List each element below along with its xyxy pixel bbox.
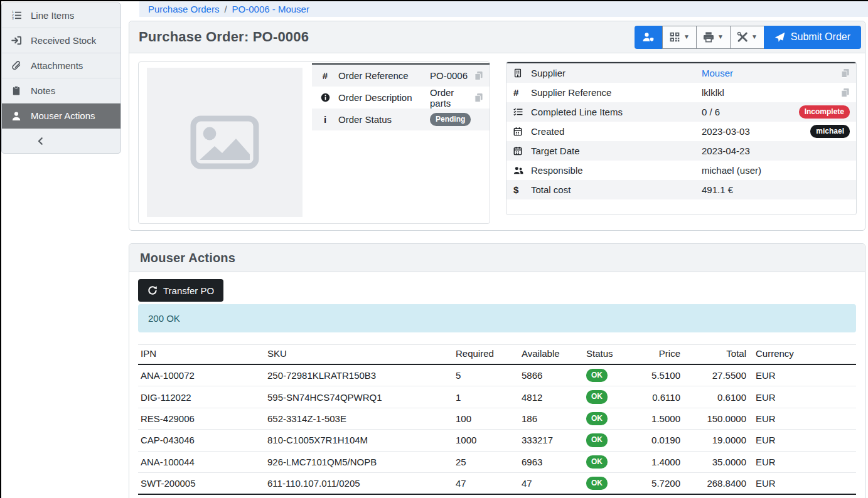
sidebar-item-attachments[interactable]: Attachments [2,53,121,78]
sidebar-item-label: Received Stock [31,35,96,46]
page-title: Purchase Order: PO-0006 [139,29,309,45]
clipboard-icon [2,85,31,96]
user-icon [2,111,31,121]
detail-label: Order Description [338,92,430,103]
cell-required: 100 [453,408,519,429]
ok-badge: OK [586,433,608,447]
refresh-icon [147,285,158,295]
detail-label: Total cost [531,184,702,195]
cell-sku: 595-SN74HCS74QPWRQ1 [265,386,453,408]
cell-required: 1000 [453,430,519,451]
ok-badge: OK [586,390,608,403]
image-placeholder-icon [190,114,260,171]
building-icon [513,68,531,78]
detail-row-completed-line-items: Completed Line Items 0 / 6 Incomplete [506,102,856,122]
submit-order-label: Submit Order [791,31,850,43]
transfer-po-label: Transfer PO [163,285,214,296]
paper-plane-icon [774,32,785,43]
calendar-icon [513,127,531,136]
copy-icon[interactable] [474,71,483,80]
col-header-price: Price [631,345,682,365]
list-ol-icon: 1 2 3 [2,10,31,21]
admin-button[interactable] [635,26,663,49]
cell-available: 6963 [519,451,584,472]
sidebar-collapse-button[interactable] [2,129,121,153]
detail-value: 2023-04-23 [702,146,856,156]
sidebar-item-mouser-actions[interactable]: Mouser Actions [2,103,121,129]
toolbar: ▼ ▼ [635,26,862,49]
col-header-sku: SKU [265,345,453,365]
cell-price: 5.5100 [631,364,682,386]
sidebar: 1 2 3 Line Items Received Stock Attachme [1,3,121,154]
barcode-actions-button[interactable]: ▼ [662,26,697,49]
footer-total-label: Total [138,494,265,498]
order-image-placeholder [147,68,303,217]
info-circle-icon [312,93,338,102]
table-row: ANA-100072 250-72981KLRATR150B3 5 5866 O… [138,364,856,386]
detail-value: 491.1 € [702,184,856,195]
chevron-down-icon: ▼ [717,34,724,40]
order-actions-button[interactable]: ▼ [730,26,764,49]
transfer-po-button[interactable]: Transfer PO [138,279,223,302]
detail-label: Created [531,126,702,137]
print-actions-button[interactable]: ▼ [696,26,731,49]
cell-ipn: SWT-200005 [138,472,265,494]
supplier-details-card: Supplier Mouser # Supplier Reference lkl [506,61,857,215]
tools-icon [737,31,748,43]
purchase-order-panel-header: Purchase Order: PO-0006 [129,21,865,53]
sidebar-item-notes[interactable]: Notes [2,78,121,103]
cell-currency: EUR [747,364,856,386]
cell-status: OK [584,472,631,494]
breadcrumb-separator: / [224,4,227,14]
detail-label: Supplier [531,68,702,78]
col-header-available: Available [519,345,584,365]
detail-label: Completed Line Items [531,107,702,117]
copy-icon[interactable] [840,88,850,97]
breadcrumb: Purchase Orders / PO-0006 - Mouser [139,1,868,17]
cell-required: 25 [453,451,519,472]
sidebar-item-label: Attachments [31,60,83,71]
cell-available: 47 [519,472,584,494]
hash-icon: # [513,87,531,98]
cell-required: 47 [453,472,519,494]
sidebar-item-label: Line Items [31,10,74,21]
cell-ipn: ANA-100072 [138,364,265,386]
cell-sku: 250-72981KLRATR150B3 [265,364,453,386]
detail-value: PO-0006 [430,70,474,81]
sidebar-item-line-items[interactable]: 1 2 3 Line Items [2,3,121,28]
users-icon [513,166,531,175]
col-header-currency: Currency [747,345,856,365]
detail-label: Responsible [531,165,702,176]
hash-icon: # [312,70,338,81]
sign-in-icon [2,35,31,46]
cell-available: 5866 [519,364,584,386]
cell-ipn: CAP-043046 [138,430,265,451]
breadcrumb-link-current[interactable]: PO-0006 - Mouser [232,4,309,14]
detail-value: Order parts [430,87,474,109]
col-header-required: Required [453,345,519,365]
detail-value: lklklkl [702,87,840,98]
table-row: CAP-043046 810-C1005X7R1H104M 1000 33321… [138,430,856,451]
detail-row-responsible: Responsible michael (user) [506,161,856,180]
breadcrumb-link-purchase-orders[interactable]: Purchase Orders [148,4,219,14]
detail-row-order-reference: # Order Reference PO-0006 [312,65,490,87]
chevron-left-icon [36,137,45,146]
ok-badge: OK [586,369,608,382]
cell-status: OK [584,451,631,472]
copy-icon[interactable] [840,68,850,78]
cell-ipn: ANA-100044 [138,451,265,472]
detail-label: Supplier Reference [531,87,702,98]
detail-label: Order Status [338,114,430,125]
order-details-table: # Order Reference PO-0006 [312,63,490,130]
ok-badge: OK [586,455,608,469]
copy-icon[interactable] [474,93,483,102]
detail-label: Target Date [531,146,702,156]
cell-required: 5 [453,364,519,386]
detail-row-empty [506,199,856,215]
order-summary-card: # Order Reference PO-0006 [138,61,490,224]
cell-ipn: RES-429006 [138,408,265,429]
submit-order-button[interactable]: Submit Order [764,26,861,49]
supplier-link[interactable]: Mouser [702,68,733,78]
supplier-details-table: Supplier Mouser # Supplier Reference lkl [506,62,856,215]
sidebar-item-received-stock[interactable]: Received Stock [2,28,121,53]
